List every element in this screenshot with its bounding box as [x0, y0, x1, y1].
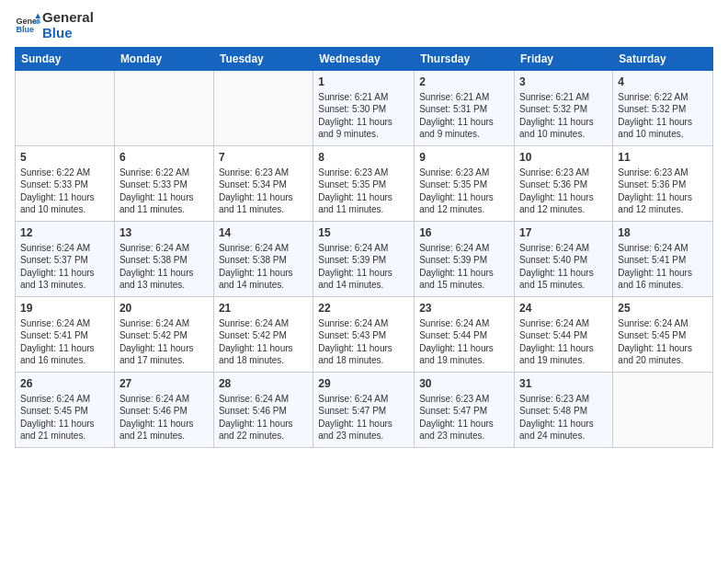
day-number: 12 — [20, 225, 109, 240]
cell-text: Sunset: 5:31 PM — [419, 104, 487, 114]
cell-text: Sunrise: 6:24 AM — [318, 318, 388, 328]
cell-text: Sunset: 5:44 PM — [519, 330, 587, 340]
calendar-cell: 29Sunrise: 6:24 AMSunset: 5:47 PMDayligh… — [313, 372, 415, 447]
cell-text: Daylight: 11 hours and 13 minutes. — [119, 268, 194, 291]
day-number: 24 — [519, 301, 608, 316]
cell-text: Daylight: 11 hours and 10 minutes. — [519, 117, 594, 140]
cell-text: Sunrise: 6:24 AM — [318, 243, 388, 253]
svg-text:Blue: Blue — [16, 26, 34, 35]
cell-text: Sunset: 5:47 PM — [419, 406, 487, 416]
cell-text: Sunset: 5:41 PM — [618, 255, 686, 265]
day-number: 29 — [318, 376, 409, 391]
calendar-cell — [114, 70, 213, 145]
cell-text: Sunrise: 6:24 AM — [419, 243, 489, 253]
cell-text: Daylight: 11 hours and 15 minutes. — [519, 268, 594, 291]
cell-text: Sunrise: 6:21 AM — [519, 92, 589, 102]
day-number: 5 — [20, 150, 109, 165]
cell-text: Sunset: 5:47 PM — [318, 406, 386, 416]
calendar-cell: 15Sunrise: 6:24 AMSunset: 5:39 PMDayligh… — [313, 221, 415, 296]
cell-text: Sunset: 5:42 PM — [219, 330, 287, 340]
calendar-cell: 4Sunrise: 6:22 AMSunset: 5:32 PMDaylight… — [613, 70, 713, 145]
cell-text: Sunrise: 6:24 AM — [519, 318, 589, 328]
cell-text: Sunrise: 6:24 AM — [419, 318, 489, 328]
calendar-cell: 1Sunrise: 6:21 AMSunset: 5:30 PMDaylight… — [313, 70, 415, 145]
cell-text: Daylight: 11 hours and 18 minutes. — [318, 343, 392, 366]
cell-text: Sunset: 5:46 PM — [119, 406, 188, 416]
calendar-cell: 10Sunrise: 6:23 AMSunset: 5:36 PMDayligh… — [515, 145, 613, 221]
cell-text: Sunset: 5:40 PM — [519, 255, 587, 265]
cell-text: Sunrise: 6:23 AM — [318, 167, 388, 178]
weekday-header-tuesday: Tuesday — [213, 47, 313, 70]
day-number: 17 — [519, 225, 608, 240]
calendar-cell: 3Sunrise: 6:21 AMSunset: 5:32 PMDaylight… — [515, 70, 613, 145]
cell-text: Sunrise: 6:24 AM — [618, 318, 688, 328]
cell-text: Sunset: 5:39 PM — [318, 255, 386, 265]
cell-text: Sunset: 5:32 PM — [519, 104, 587, 114]
cell-text: Sunset: 5:32 PM — [618, 104, 686, 114]
cell-text: Daylight: 11 hours and 16 minutes. — [618, 268, 692, 291]
calendar-cell: 22Sunrise: 6:24 AMSunset: 5:43 PMDayligh… — [313, 296, 415, 372]
cell-text: Sunrise: 6:24 AM — [119, 243, 189, 253]
cell-text: Daylight: 11 hours and 10 minutes. — [618, 117, 692, 140]
logo-general-text: General — [42, 9, 94, 25]
logo-icon: General Blue — [15, 12, 40, 38]
calendar-cell: 2Sunrise: 6:21 AMSunset: 5:31 PMDaylight… — [415, 70, 515, 145]
calendar-cell: 13Sunrise: 6:24 AMSunset: 5:38 PMDayligh… — [114, 221, 213, 296]
cell-text: Daylight: 11 hours and 22 minutes. — [219, 419, 293, 442]
cell-text: Sunset: 5:38 PM — [119, 255, 188, 265]
day-number: 25 — [618, 301, 708, 316]
cell-text: Sunrise: 6:23 AM — [419, 167, 489, 178]
day-number: 28 — [219, 376, 308, 391]
weekday-header-saturday: Saturday — [613, 47, 713, 70]
calendar-cell: 8Sunrise: 6:23 AMSunset: 5:35 PMDaylight… — [313, 145, 415, 221]
calendar-header: SundayMondayTuesdayWednesdayThursdayFrid… — [16, 47, 713, 70]
cell-text: Sunrise: 6:23 AM — [519, 394, 589, 404]
cell-text: Daylight: 11 hours and 13 minutes. — [20, 268, 95, 291]
cell-text: Sunset: 5:33 PM — [119, 179, 188, 190]
day-number: 11 — [618, 150, 708, 165]
day-number: 23 — [419, 301, 509, 316]
cell-text: Sunrise: 6:24 AM — [119, 394, 189, 404]
cell-text: Daylight: 11 hours and 16 minutes. — [20, 343, 95, 366]
day-number: 3 — [519, 75, 608, 89]
day-number: 27 — [119, 376, 209, 391]
calendar-cell: 26Sunrise: 6:24 AMSunset: 5:45 PMDayligh… — [16, 372, 115, 447]
cell-text: Sunset: 5:34 PM — [219, 179, 287, 190]
cell-text: Sunrise: 6:23 AM — [219, 167, 289, 178]
cell-text: Daylight: 11 hours and 21 minutes. — [119, 419, 194, 442]
cell-text: Sunrise: 6:21 AM — [318, 92, 388, 102]
page-header: General Blue General Blue — [15, 9, 713, 41]
day-number: 16 — [419, 225, 509, 240]
day-number: 14 — [219, 225, 308, 240]
cell-text: Sunrise: 6:22 AM — [20, 167, 90, 178]
day-number: 15 — [318, 225, 409, 240]
cell-text: Sunset: 5:44 PM — [419, 330, 487, 340]
cell-text: Sunrise: 6:24 AM — [318, 394, 388, 404]
cell-text: Sunset: 5:48 PM — [519, 406, 587, 416]
cell-text: Sunrise: 6:23 AM — [419, 394, 489, 404]
cell-text: Daylight: 11 hours and 10 minutes. — [20, 192, 95, 215]
calendar-cell: 19Sunrise: 6:24 AMSunset: 5:41 PMDayligh… — [16, 296, 115, 372]
cell-text: Daylight: 11 hours and 14 minutes. — [219, 268, 293, 291]
cell-text: Sunset: 5:45 PM — [618, 330, 686, 340]
day-number: 26 — [20, 376, 109, 391]
day-number: 1 — [318, 75, 409, 89]
calendar-cell: 16Sunrise: 6:24 AMSunset: 5:39 PMDayligh… — [415, 221, 515, 296]
day-number: 6 — [119, 150, 209, 165]
calendar-cell: 31Sunrise: 6:23 AMSunset: 5:48 PMDayligh… — [515, 372, 613, 447]
cell-text: Sunset: 5:39 PM — [419, 255, 487, 265]
cell-text: Sunset: 5:46 PM — [219, 406, 287, 416]
cell-text: Sunrise: 6:24 AM — [119, 318, 189, 328]
calendar-cell: 11Sunrise: 6:23 AMSunset: 5:36 PMDayligh… — [613, 145, 713, 221]
day-number: 13 — [119, 225, 209, 240]
page-container: General Blue General Blue SundayMondayTu… — [0, 0, 728, 455]
cell-text: Sunset: 5:36 PM — [519, 179, 587, 190]
logo-blue-text: Blue — [42, 25, 94, 40]
calendar-cell: 28Sunrise: 6:24 AMSunset: 5:46 PMDayligh… — [213, 372, 313, 447]
calendar-table: SundayMondayTuesdayWednesdayThursdayFrid… — [15, 47, 713, 448]
cell-text: Sunrise: 6:23 AM — [519, 167, 589, 178]
weekday-header-sunday: Sunday — [16, 47, 115, 70]
calendar-cell: 7Sunrise: 6:23 AMSunset: 5:34 PMDaylight… — [213, 145, 313, 221]
cell-text: Sunrise: 6:24 AM — [20, 318, 90, 328]
logo: General Blue General Blue — [15, 9, 94, 41]
